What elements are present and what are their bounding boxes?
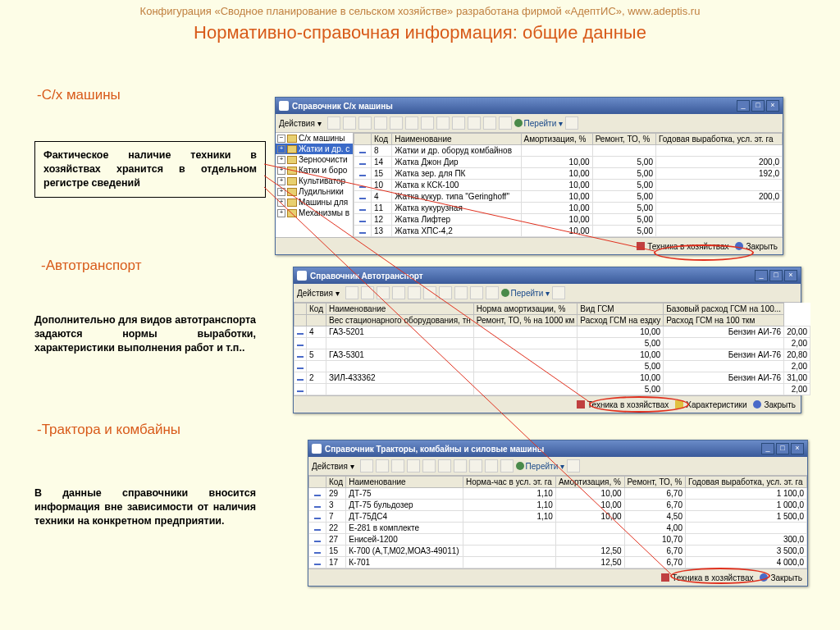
table-row[interactable]: 3ДТ-75 бульдозер1,1010,006,701 000,0 (309, 500, 807, 511)
maximize-button[interactable]: □ (751, 100, 765, 112)
tool-btn[interactable] (408, 286, 421, 299)
titlebar[interactable]: Справочник С/х машины _ □ × (276, 98, 783, 114)
minimize-button[interactable]: _ (761, 443, 774, 454)
maximize-button[interactable]: □ (769, 270, 783, 281)
table-row[interactable]: 5,002,00 (294, 384, 810, 395)
tool-btn[interactable] (392, 286, 405, 299)
col-header[interactable]: Код (372, 134, 392, 145)
tool-btn[interactable] (454, 459, 467, 472)
char-button[interactable]: Характеристики (675, 400, 746, 409)
tool-btn[interactable] (469, 459, 482, 472)
category-tree[interactable]: −С/х машины+Жатки и др. с+Зерноочисти+Ка… (276, 133, 354, 237)
tool-btn[interactable] (499, 116, 512, 130)
tool-btn[interactable] (376, 459, 389, 472)
tree-node[interactable]: +Механизмы в (276, 208, 353, 218)
minimize-button[interactable]: _ (737, 100, 750, 112)
col-header[interactable]: Амортизация, % (521, 134, 592, 145)
table-row[interactable]: 22Е-281 в комплекте4,00 (309, 523, 807, 534)
col-header[interactable]: Вид ГСМ (578, 304, 664, 315)
col-header[interactable] (307, 315, 326, 326)
tool-btn[interactable] (439, 286, 452, 299)
tool-btn[interactable] (407, 459, 420, 472)
actions-menu[interactable]: Действия ▾ (279, 119, 322, 128)
col-header[interactable]: Расход ГСМ на ездку (578, 315, 664, 326)
table-row[interactable]: 17К-70112,506,704 000,0 (309, 557, 807, 568)
tool-help[interactable] (567, 459, 580, 472)
col-header[interactable] (309, 477, 326, 488)
table-row[interactable]: 10Жатка к КСК-10010,005,00 (354, 180, 783, 191)
table-row[interactable]: 5ГАЗ-530110,00Бензин АИ-7620,80 (294, 349, 810, 361)
close-button[interactable]: × (784, 270, 797, 281)
actions-menu[interactable]: Действия ▾ (297, 289, 340, 298)
tech-button[interactable]: Техника в хозяйствах (637, 242, 728, 251)
goto-link[interactable]: Перейти ▾ (516, 462, 564, 471)
table-row[interactable]: 27Енисей-120010,70300,0 (309, 534, 807, 546)
table-row[interactable]: 5,002,00 (294, 338, 810, 349)
col-header[interactable]: Годовая выработка, усл. эт. га (656, 134, 783, 145)
table-row[interactable]: 13Жатка ХПС-4,210,005,00 (354, 226, 783, 237)
col-header[interactable]: Вес стационарного оборудования, тн (326, 315, 474, 326)
tool-btn[interactable] (377, 286, 390, 299)
maximize-button[interactable]: □ (776, 443, 789, 454)
col-header[interactable]: Код (326, 477, 346, 488)
tool-btn[interactable] (423, 286, 436, 299)
tree-node[interactable]: +Культиватор (276, 176, 353, 186)
close-button[interactable]: × (766, 100, 779, 112)
tool-btn[interactable] (405, 116, 418, 130)
table-row[interactable]: 15Жатка зер. для ПК10,005,00192,0 (354, 168, 783, 180)
tree-node[interactable]: +Зерноочисти (276, 154, 353, 165)
tool-btn[interactable] (345, 286, 358, 299)
tool-btn[interactable] (470, 286, 483, 299)
table-row[interactable]: 29ДТ-751,1010,006,701 100,0 (309, 488, 807, 500)
col-header[interactable]: Амортизация, % (555, 477, 624, 488)
tool-btn[interactable] (485, 459, 498, 472)
tool-btn[interactable] (358, 116, 372, 130)
tech-button[interactable]: Техника в хозяйствах (577, 400, 669, 409)
tree-node[interactable]: +Жатки и др. с (276, 144, 353, 154)
table-row[interactable]: 12Жатка Лифтер10,005,00 (354, 214, 783, 226)
goto-link[interactable]: Перейти ▾ (514, 119, 563, 128)
tool-btn[interactable] (360, 459, 373, 472)
tool-btn[interactable] (422, 459, 436, 472)
table-row[interactable]: 15К-700 (А,Т,М02,МОАЗ-49011)12,506,703 5… (309, 546, 807, 557)
col-header[interactable]: Базовый расход ГСМ на 100... (664, 304, 784, 315)
close-link[interactable]: Закрыть (753, 400, 796, 409)
data-grid[interactable]: КодНаименованиеАмортизация, %Ремонт, ТО,… (354, 133, 783, 237)
col-header[interactable]: Норма-час в усл. эт. га (463, 477, 555, 488)
titlebar[interactable]: Справочник Автотранспорт _ □ × (294, 267, 801, 284)
col-header[interactable] (294, 315, 307, 326)
tool-btn[interactable] (483, 116, 496, 130)
goto-link[interactable]: Перейти ▾ (501, 289, 550, 298)
col-header[interactable] (294, 304, 307, 315)
tool-btn[interactable] (390, 116, 403, 130)
tree-node[interactable]: +Лудильники (276, 186, 353, 197)
minimize-button[interactable]: _ (755, 270, 768, 281)
close-link[interactable]: Закрыть (735, 242, 778, 251)
tool-btn[interactable] (391, 459, 404, 472)
col-header[interactable]: Код (307, 304, 326, 315)
table-row[interactable]: 14Жатка Джон Дир10,005,00200,0 (354, 157, 783, 168)
col-header[interactable] (354, 134, 372, 145)
tool-help[interactable] (565, 116, 578, 130)
table-row[interactable]: 4Жатка кукур. типа "Geringhoff"10,005,00… (354, 191, 783, 203)
tool-btn[interactable] (468, 116, 481, 130)
data-grid[interactable]: КодНаименованиеНорма-час в усл. эт. гаАм… (308, 476, 807, 568)
tool-btn[interactable] (454, 286, 468, 299)
tool-btn[interactable] (438, 459, 451, 472)
tool-btn[interactable] (421, 116, 434, 130)
tool-btn[interactable] (486, 286, 499, 299)
tool-btn[interactable] (343, 116, 356, 130)
close-link[interactable]: Закрыть (760, 573, 802, 582)
tool-help[interactable] (552, 286, 565, 299)
col-header[interactable]: Расход ГСМ на 100 ткм (664, 315, 784, 326)
tool-btn[interactable] (452, 116, 465, 130)
col-header[interactable]: Наименование (392, 134, 521, 145)
col-header[interactable]: Наименование (346, 477, 463, 488)
tool-btn[interactable] (436, 116, 450, 130)
actions-menu[interactable]: Действия ▾ (312, 462, 354, 471)
tool-btn[interactable] (361, 286, 374, 299)
table-row[interactable]: 4ГАЗ-520110,00Бензин АИ-7620,00 (294, 326, 810, 338)
tool-add[interactable] (327, 116, 340, 130)
col-header[interactable]: Ремонт, ТО, % на 1000 км (473, 315, 578, 326)
table-row[interactable]: 11Жатка кукурузная10,005,00 (354, 203, 783, 214)
